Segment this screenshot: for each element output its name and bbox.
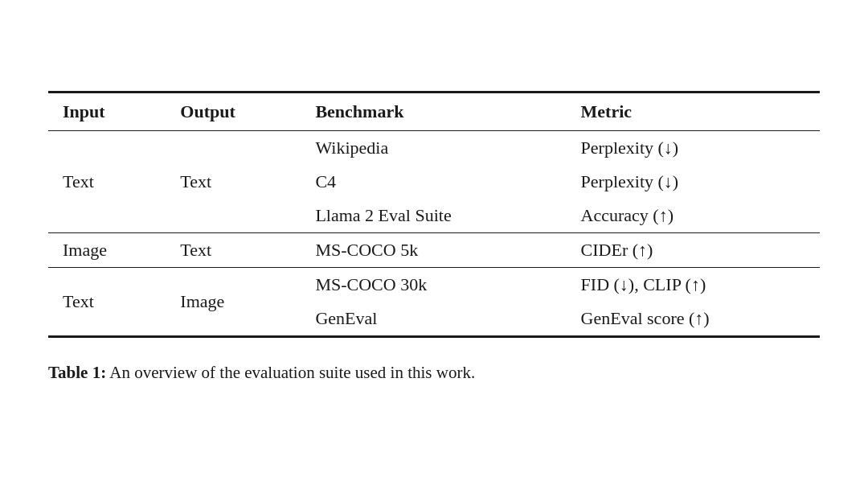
table-row: Image Text MS-COCO 5k CIDEr (↑) [48,233,820,268]
metric-perplexity-2: Perplexity (↓) [567,165,820,199]
evaluation-table: Input Output Benchmark Metric Text Text … [48,91,820,338]
caption-text: An overview of the evaluation suite used… [106,363,475,382]
benchmark-mscoco-5k: MS-COCO 5k [301,233,566,268]
benchmark-wikipedia: Wikipedia [301,131,566,166]
col-header-metric: Metric [567,93,820,131]
input-text-text: Text [48,131,166,233]
metric-fid-clip: FID (↓), CLIP (↑) [567,268,820,302]
table-caption: Table 1: An overview of the evaluation s… [48,360,820,386]
caption-label: Table 1: [48,363,106,382]
col-header-benchmark: Benchmark [301,93,566,131]
col-header-input: Input [48,93,166,131]
metric-accuracy: Accuracy (↑) [567,199,820,233]
table-header-row: Input Output Benchmark Metric [48,93,820,131]
output-text-text: Text [166,131,301,233]
metric-cider: CIDEr (↑) [567,233,820,268]
output-text-image: Image [166,268,301,337]
table-row: Text Image MS-COCO 30k FID (↓), CLIP (↑) [48,268,820,302]
metric-perplexity-1: Perplexity (↓) [567,131,820,166]
metric-geneval-score: GenEval score (↑) [567,302,820,337]
benchmark-geneval: GenEval [301,302,566,337]
page-container: Input Output Benchmark Metric Text Text … [48,91,820,386]
table-row: Text Text Wikipedia Perplexity (↓) [48,131,820,166]
benchmark-c4: C4 [301,165,566,199]
benchmark-llama: Llama 2 Eval Suite [301,199,566,233]
col-header-output: Output [166,93,301,131]
input-image-text: Image [48,233,166,268]
output-image-text: Text [166,233,301,268]
input-text-image: Text [48,268,166,337]
benchmark-mscoco-30k: MS-COCO 30k [301,268,566,302]
